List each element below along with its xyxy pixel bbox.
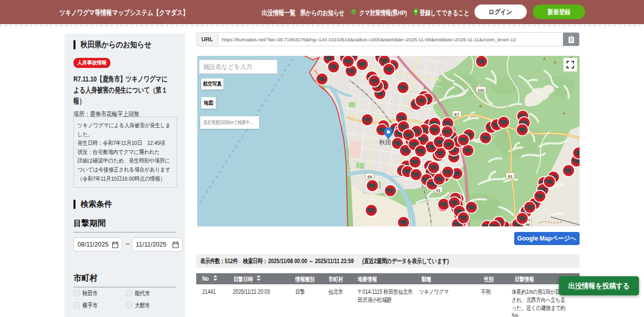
svg-text:E7: E7	[454, 112, 459, 117]
svg-text:秋田: 秋田	[379, 139, 391, 146]
svg-text:62: 62	[508, 174, 513, 179]
svg-text:65: 65	[368, 175, 372, 179]
svg-text:232: 232	[477, 88, 485, 93]
